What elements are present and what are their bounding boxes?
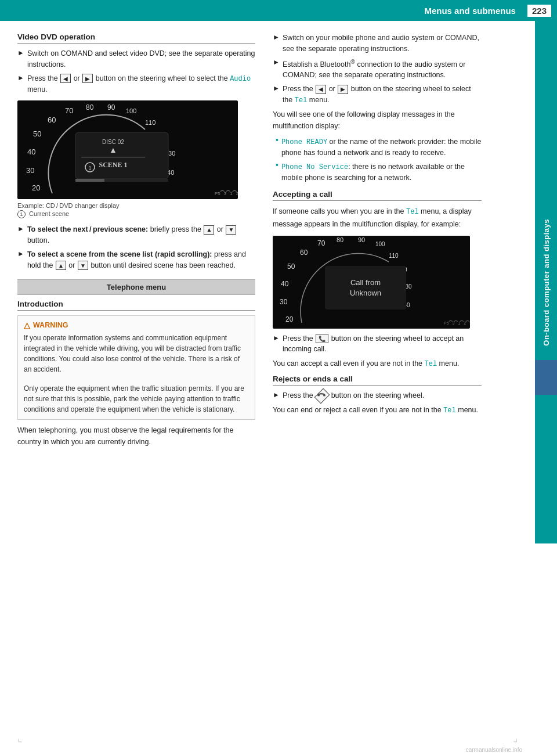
svg-text:Unknown: Unknown — [350, 289, 381, 297]
sub-bullet-text-next: To select the next / previous scene: bri… — [27, 224, 255, 246]
telephone-header-text: Telephone menu — [107, 283, 166, 291]
tel-menu-inline-2: Tel — [425, 360, 437, 368]
telephone-section: Telephone menu Introduction △ WARNING If… — [17, 279, 255, 448]
tel-menu-text: Tel — [295, 96, 308, 105]
r-arrow-1: ► — [273, 33, 280, 41]
dot-text-1: Phone READY or the name of the network p… — [281, 136, 482, 159]
image-note: 1 Current scene — [17, 210, 255, 218]
image-caption: Example: CD / DVD changer display — [17, 202, 255, 209]
call-dashboard-image: 20 30 40 50 60 70 80 90 100 110 120 130 … — [273, 236, 470, 329]
r-bullet-text-3: Press the ◀ or ▶ button on the steering … — [283, 84, 482, 106]
svg-text:P5⁀3⁀1⁀2⁀9⁀8⁀3⁀1: P5⁀3⁀1⁀2⁀9⁀8⁀3⁀1 — [215, 190, 238, 196]
accept-arrow: ► — [273, 334, 280, 342]
r-arrow-3: ► — [273, 84, 280, 92]
phone-no-service-text: Phone No Service — [281, 163, 348, 171]
r-next-btn: ▶ — [338, 85, 348, 94]
r-body-text-1: You will see one of the following displa… — [273, 109, 482, 132]
warning-triangle-icon: △ — [24, 321, 30, 330]
warning-text-2: Only operate the equipment when the traf… — [24, 383, 249, 415]
svg-text:20: 20 — [285, 315, 294, 323]
svg-text:20: 20 — [32, 183, 40, 192]
reject-arrow: ► — [273, 391, 280, 399]
accepting-heading: Accepting a call — [273, 190, 482, 201]
bullet-text-press: Press the ◀ or ▶ button on the steering … — [27, 73, 255, 95]
accepting-body-1: If someone calls you when you are in the… — [273, 206, 482, 229]
up-btn-2: ▲ — [56, 261, 66, 270]
r-bullet-tel-menu: ► Press the ◀ or ▶ button on the steerin… — [273, 84, 482, 106]
r-prev-btn: ◀ — [316, 85, 326, 94]
svg-text:Call from: Call from — [350, 278, 381, 287]
r-arrow-2: ► — [273, 58, 280, 66]
svg-text:100: 100 — [375, 241, 385, 247]
sub-bullet-next-scene: ► To select the next / previous scene: b… — [17, 224, 255, 246]
dvd-dashboard-image: 20 30 40 50 60 70 80 90 100 110 120 130 … — [17, 100, 238, 199]
arrow-icon-2: ► — [17, 74, 24, 82]
bottom-right-mark: ⌟ — [513, 732, 518, 744]
sub-bullet-text-rapid: To select a scene from the scene list (r… — [27, 249, 255, 271]
svg-text:30: 30 — [26, 166, 34, 175]
dot-bullet-no-service: • Phone No Service: there is no network … — [273, 161, 482, 183]
accepting-section: Accepting a call If someone calls you wh… — [273, 190, 482, 370]
svg-text:70: 70 — [317, 239, 325, 247]
up-btn: ▲ — [204, 225, 214, 235]
svg-text:110: 110 — [145, 119, 155, 126]
svg-rect-22 — [75, 179, 104, 182]
left-column: Video DVD operation ► Switch on COMAND a… — [0, 33, 267, 452]
svg-text:70: 70 — [65, 106, 73, 115]
chapter-label: On-board computer and displays — [542, 219, 551, 346]
accept-phone-icon: 📞 — [316, 334, 328, 343]
telephoning-body-text: When telephoning, you must observe the l… — [17, 424, 255, 448]
top-bar: Menus and submenus 223 — [0, 0, 557, 21]
warning-title: △ WARNING — [24, 321, 249, 330]
svg-text:40: 40 — [281, 280, 289, 288]
chapter-sidebar: On-board computer and displays — [535, 21, 557, 543]
rejects-body: You can end or reject a call even if you… — [273, 404, 482, 416]
prev-btn: ◀ — [60, 74, 71, 83]
audio-menu-text: Audio — [230, 75, 251, 83]
main-content: Video DVD operation ► Switch on COMAND a… — [0, 21, 557, 452]
svg-text:90: 90 — [358, 236, 365, 243]
svg-text:50: 50 — [287, 262, 295, 271]
image-note-text: Current scene — [29, 210, 69, 217]
svg-text:50: 50 — [33, 129, 41, 138]
svg-text:110: 110 — [389, 253, 399, 259]
svg-text:P5⁀3⁀1⁀2⁀9⁀8⁀4⁀31: P5⁀3⁀1⁀2⁀9⁀8⁀4⁀31 — [444, 321, 470, 325]
warning-text-1: If you operate information systems and c… — [24, 333, 249, 375]
tel-menu-inline-1: Tel — [406, 208, 419, 216]
svg-text:60: 60 — [48, 116, 56, 124]
bullet-press-button: ► Press the ◀ or ▶ button on the steerin… — [17, 73, 255, 95]
svg-text:SCENE 1: SCENE 1 — [99, 161, 127, 169]
bottom-left-mark: ⌞ — [17, 732, 22, 744]
arrow-icon-3: ► — [17, 225, 24, 233]
svg-text:DISC 02: DISC 02 — [102, 139, 124, 145]
page-number: 223 — [527, 5, 551, 17]
right-column: ► Switch on your mobile phone and audio … — [267, 33, 511, 452]
arrow-icon: ► — [17, 49, 24, 57]
telephone-header: Telephone menu — [17, 279, 255, 295]
down-btn-2: ▼ — [78, 261, 88, 270]
reject-bullet-text: Press the 📞 button on the steering wheel… — [283, 390, 424, 401]
chapter-tab-accent — [535, 360, 557, 395]
sub-bullet-rapid-scroll: ► To select a scene from the scene list … — [17, 249, 255, 271]
warning-box: △ WARNING If you operate information sys… — [17, 315, 255, 420]
sub-bullet-bold-1: To select the next / previous scene: — [27, 225, 148, 233]
bottom-marks: ⌞ ⌟ — [0, 726, 535, 750]
r-bullet-text-1: Switch on your mobile phone and audio sy… — [283, 33, 482, 55]
svg-text:40: 40 — [27, 147, 35, 156]
reject-phone-icon: 📞 — [314, 388, 330, 404]
svg-text:100: 100 — [126, 107, 136, 114]
svg-text:30: 30 — [280, 298, 288, 306]
arrow-icon-4: ► — [17, 250, 24, 258]
bullet-text-switch-comand: Switch on COMAND and select video DVD; s… — [27, 48, 255, 70]
video-dvd-heading: Video DVD operation — [17, 33, 255, 44]
dot-icon-1: • — [276, 135, 278, 145]
intro-heading: Introduction — [17, 300, 255, 311]
r-bullet-text-2: Establish a Bluetooth® connection to the… — [283, 57, 482, 81]
svg-text:60: 60 — [300, 249, 308, 257]
accept-bullet-text: Press the 📞 button on the steering wheel… — [283, 333, 482, 355]
rejects-section: Rejects or ends a call ► Press the 📞 but… — [273, 375, 482, 416]
circle-1: 1 — [17, 210, 26, 218]
dot-icon-2: • — [276, 160, 278, 170]
svg-text:80: 80 — [337, 236, 343, 243]
r-bullet-switch-mobile: ► Switch on your mobile phone and audio … — [273, 33, 482, 55]
